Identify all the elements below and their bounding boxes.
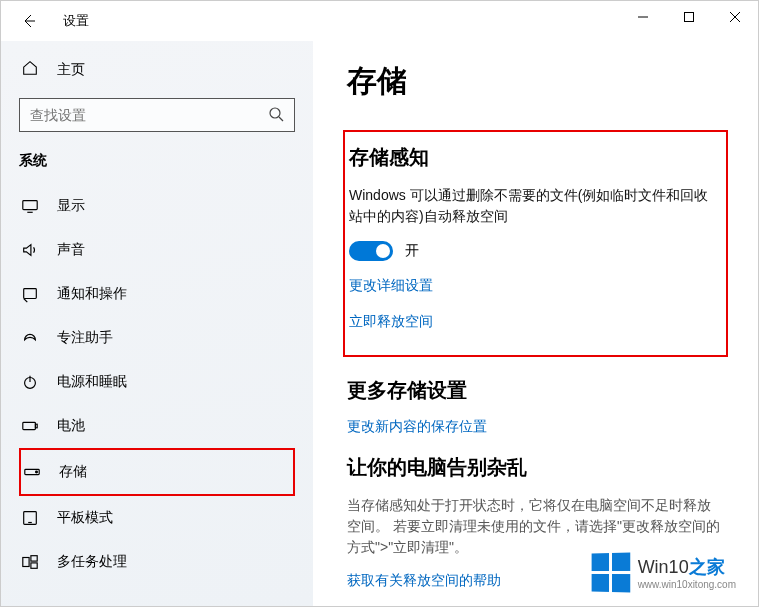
toggle-state-label: 开 (405, 242, 419, 260)
home-link[interactable]: 主页 (19, 51, 295, 88)
svg-rect-11 (23, 422, 36, 429)
sidebar-item-label: 多任务处理 (57, 553, 127, 571)
sidebar-item-label: 声音 (57, 241, 85, 259)
sidebar-item-label: 平板模式 (57, 509, 113, 527)
svg-point-14 (36, 471, 38, 473)
search-input[interactable] (30, 107, 268, 123)
clutter-desc: 当存储感知处于打开状态时，它将仅在电脑空间不足时释放空间。 若要立即清理未使用的… (347, 495, 720, 558)
battery-icon (21, 417, 39, 435)
home-label: 主页 (57, 61, 85, 79)
svg-rect-17 (23, 558, 29, 567)
page-title: 存储 (347, 61, 724, 102)
more-storage-heading: 更多存储设置 (347, 377, 724, 404)
free-space-now-link[interactable]: 立即释放空间 (349, 313, 726, 331)
maximize-button[interactable] (666, 1, 712, 33)
sidebar-item-label: 显示 (57, 197, 85, 215)
svg-rect-19 (31, 563, 37, 568)
sidebar-item-multitask[interactable]: 多任务处理 (19, 540, 295, 584)
sidebar-item-tablet[interactable]: 平板模式 (19, 496, 295, 540)
sidebar-item-notifications[interactable]: 通知和操作 (19, 272, 295, 316)
sidebar-item-label: 专注助手 (57, 329, 113, 347)
sidebar-item-label: 电池 (57, 417, 85, 435)
sidebar-item-label: 存储 (59, 463, 87, 481)
change-save-location-link[interactable]: 更改新内容的保存位置 (347, 418, 724, 436)
storage-sense-desc: Windows 可以通过删除不需要的文件(例如临时文件和回收站中的内容)自动释放… (349, 185, 722, 227)
svg-point-4 (270, 108, 280, 118)
storage-icon (23, 463, 41, 481)
sidebar-item-battery[interactable]: 电池 (19, 404, 295, 448)
svg-rect-12 (35, 424, 37, 428)
sidebar-item-sound[interactable]: 声音 (19, 228, 295, 272)
sidebar-item-focus[interactable]: 专注助手 (19, 316, 295, 360)
svg-rect-8 (24, 289, 37, 299)
display-icon (21, 197, 39, 215)
notifications-icon (21, 285, 39, 303)
home-icon (21, 59, 39, 80)
sidebar-item-storage[interactable]: 存储 (19, 448, 295, 496)
svg-line-5 (279, 117, 283, 121)
search-icon (268, 106, 284, 125)
sidebar-item-display[interactable]: 显示 (19, 184, 295, 228)
close-button[interactable] (712, 1, 758, 33)
sidebar-item-power[interactable]: 电源和睡眠 (19, 360, 295, 404)
change-details-link[interactable]: 更改详细设置 (349, 277, 726, 295)
clutter-heading: 让你的电脑告别杂乱 (347, 454, 724, 481)
svg-rect-6 (23, 201, 37, 210)
sidebar-item-label: 通知和操作 (57, 285, 127, 303)
multitask-icon (21, 553, 39, 571)
svg-rect-18 (31, 556, 37, 561)
storage-sense-toggle[interactable] (349, 241, 393, 261)
power-icon (21, 373, 39, 391)
focus-icon (21, 329, 39, 347)
back-button[interactable] (13, 5, 45, 37)
window-title: 设置 (63, 12, 89, 30)
sound-icon (21, 241, 39, 259)
search-box[interactable] (19, 98, 295, 132)
svg-rect-1 (685, 13, 694, 22)
minimize-button[interactable] (620, 1, 666, 33)
highlight-box: 存储感知 Windows 可以通过删除不需要的文件(例如临时文件和回收站中的内容… (343, 130, 728, 357)
sidebar-item-label: 电源和睡眠 (57, 373, 127, 391)
category-heading: 系统 (19, 152, 295, 170)
tablet-icon (21, 509, 39, 527)
clutter-help-link[interactable]: 获取有关释放空间的帮助 (347, 572, 724, 590)
storage-sense-heading: 存储感知 (349, 144, 726, 171)
